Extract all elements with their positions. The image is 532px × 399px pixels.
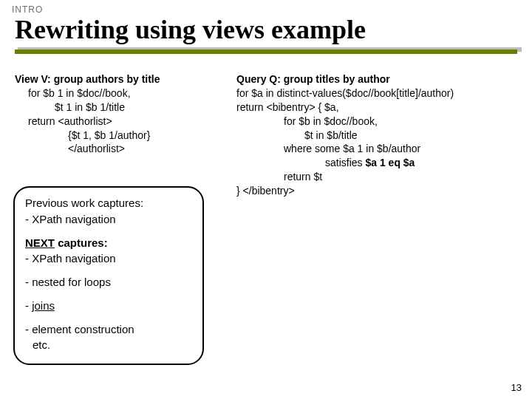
query-line: for $a in distinct-values($doc//book[tit… — [236, 86, 517, 100]
page-number: 13 — [511, 382, 522, 393]
query-line: satisfies $a 1 eq $a — [236, 156, 517, 170]
previous-work-item: - XPath navigation — [25, 211, 192, 228]
right-column: Query Q: group titles by author for $a i… — [236, 72, 517, 198]
view-line: return <authorlist> — [15, 115, 213, 129]
view-line: {$t 1, $b 1/author} — [15, 129, 213, 143]
section-label: INTRO — [12, 4, 43, 15]
element-construction-group: - element construction etc. — [25, 321, 192, 354]
joins-dash: - — [25, 299, 32, 312]
joins-group: - joins — [25, 298, 192, 314]
query-line: for $b in $doc//book, — [236, 115, 517, 129]
captures-box: Previous work captures: - XPath navigati… — [13, 186, 204, 365]
next-item: - XPath navigation — [25, 250, 192, 267]
query-satisfies: satisfies — [325, 157, 365, 168]
view-line: $t 1 in $b 1/title — [15, 100, 213, 115]
view-heading: View V: group authors by title — [15, 72, 213, 86]
view-line: </authorlist> — [15, 142, 213, 156]
slide: INTRO Rewriting using views example View… — [0, 0, 532, 399]
query-line: where some $a 1 in $b/author — [236, 142, 517, 156]
title-rule — [15, 50, 517, 54]
joins-item: joins — [32, 299, 55, 312]
next-group: NEXT captures: - XPath navigation — [25, 235, 192, 267]
content-area: View V: group authors by title for $b 1 … — [15, 72, 517, 381]
element-construction-etc: etc. — [25, 337, 192, 353]
page-title: Rewriting using views example — [15, 16, 517, 44]
query-condition-bold: $a 1 eq $a — [365, 157, 415, 168]
previous-work-group: Previous work captures: - XPath navigati… — [25, 195, 192, 228]
nested-loops-group: - nested for loops — [25, 274, 192, 290]
left-column: View V: group authors by title for $b 1 … — [15, 72, 213, 156]
query-line: $t in $b/title — [236, 129, 517, 143]
query-line: return $t — [236, 170, 517, 184]
next-lead-underlined: NEXT — [25, 236, 55, 249]
previous-work-lead: Previous work captures: — [25, 197, 143, 209]
next-lead-rest: captures: — [55, 236, 108, 249]
title-block: Rewriting using views example — [15, 16, 517, 54]
element-construction-item: - element construction — [25, 321, 192, 338]
query-heading: Query Q: group titles by author — [236, 72, 517, 86]
view-line: for $b 1 in $doc//book, — [15, 86, 213, 100]
view-definition: View V: group authors by title for $b 1 … — [15, 72, 213, 156]
nested-loops-item: - nested for loops — [25, 274, 192, 290]
query-line: } </bibentry> — [236, 184, 517, 198]
query-definition: Query Q: group titles by author for $a i… — [236, 72, 517, 198]
query-line: return <bibentry> { $a, — [236, 100, 517, 115]
